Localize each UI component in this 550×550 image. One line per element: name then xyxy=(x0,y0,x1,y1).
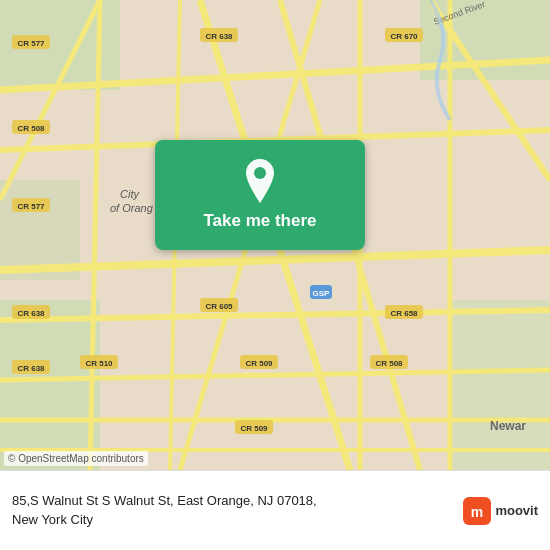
svg-text:CR 638: CR 638 xyxy=(17,364,45,373)
svg-text:CR 508: CR 508 xyxy=(17,124,45,133)
moovit-icon: m xyxy=(463,497,491,525)
svg-text:CR 509: CR 509 xyxy=(240,424,268,433)
address-line1: 85,S Walnut St S Walnut St, East Orange,… xyxy=(12,493,317,508)
svg-text:m: m xyxy=(471,504,483,520)
svg-text:CR 577: CR 577 xyxy=(17,202,45,211)
svg-text:CR 509: CR 509 xyxy=(245,359,273,368)
address-section: 85,S Walnut St S Walnut St, East Orange,… xyxy=(12,492,455,528)
bottom-bar: 85,S Walnut St S Walnut St, East Orange,… xyxy=(0,470,550,550)
svg-text:CR 638: CR 638 xyxy=(17,309,45,318)
svg-text:CR 658: CR 658 xyxy=(390,309,418,318)
moovit-logo: m moovit xyxy=(463,497,538,525)
svg-text:CR 510: CR 510 xyxy=(85,359,113,368)
svg-point-56 xyxy=(254,167,266,179)
svg-text:GSP: GSP xyxy=(313,289,331,298)
svg-rect-5 xyxy=(450,300,550,470)
osm-credit: © OpenStreetMap contributors xyxy=(4,451,148,466)
svg-text:CR 638: CR 638 xyxy=(205,32,233,41)
svg-text:CR 670: CR 670 xyxy=(390,32,418,41)
svg-text:Newar: Newar xyxy=(490,419,526,433)
address-text: 85,S Walnut St S Walnut St, East Orange,… xyxy=(12,492,455,528)
svg-text:CR 577: CR 577 xyxy=(17,39,45,48)
svg-text:CR 605: CR 605 xyxy=(205,302,233,311)
location-pin-icon xyxy=(242,159,278,203)
svg-rect-3 xyxy=(0,300,100,470)
svg-text:of Orang: of Orang xyxy=(110,202,154,214)
moovit-name: moovit xyxy=(495,503,538,518)
svg-text:City: City xyxy=(120,188,140,200)
take-me-there-label: Take me there xyxy=(203,211,316,231)
map-view: GSP GSP CR 577 CR 508 CR 577 CR 638 CR 6… xyxy=(0,0,550,470)
svg-text:CR 508: CR 508 xyxy=(375,359,403,368)
address-line2: New York City xyxy=(12,512,93,527)
take-me-there-button[interactable]: Take me there xyxy=(155,140,365,250)
